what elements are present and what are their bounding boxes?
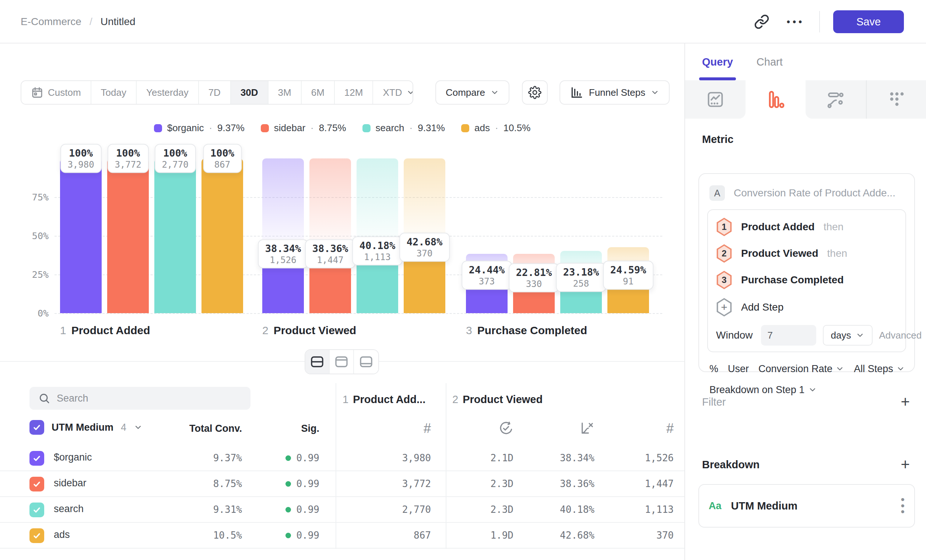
step-name: Product Viewed — [274, 324, 357, 336]
step1-count-cell: 2,770 — [402, 504, 431, 515]
layout-split-button[interactable] — [306, 350, 330, 374]
breadcrumb-separator: / — [89, 16, 92, 28]
step-name: Purchase Completed — [477, 324, 587, 336]
more-menu-button[interactable]: ••• — [785, 11, 806, 32]
row-checkbox[interactable] — [29, 528, 44, 543]
advanced-label: Advanced — [879, 330, 922, 341]
tab-chart[interactable]: Chart — [757, 44, 783, 80]
bar-value-label: 100%3,980 — [60, 144, 101, 173]
table-header-row: UTM Medium 4 Total Conv. Sig. # # — [0, 420, 684, 440]
select-all-checkbox[interactable] — [29, 420, 44, 435]
bar-value-label: 24.44%373 — [461, 261, 512, 290]
avg-time-column-icon[interactable] — [499, 421, 513, 436]
table-row[interactable]: sidebar 8.75% 0.99 3,772 2.3D 38.36% 1,4… — [0, 471, 684, 497]
layout-chart-only-button[interactable] — [330, 350, 354, 374]
chevron-down-icon[interactable] — [134, 423, 142, 432]
bottom-panel-icon — [360, 356, 373, 368]
window-value-input[interactable] — [761, 325, 816, 345]
bar-value-label: 23.18%258 — [556, 263, 607, 292]
tab-query[interactable]: Query — [702, 44, 733, 80]
sig-header[interactable]: Sig. — [301, 423, 319, 434]
chart-type-tab-funnel[interactable] — [746, 80, 806, 119]
funnel-bar-sidebar-step1[interactable] — [107, 159, 149, 313]
measurement-entity[interactable]: User — [728, 363, 749, 375]
total-conv-cell: 8.75% — [213, 478, 242, 489]
layout-toggle — [305, 349, 379, 374]
plus-hexagon-icon: + — [716, 298, 732, 316]
breakdown-column-title[interactable]: UTM Medium — [51, 422, 113, 433]
check-icon — [32, 454, 41, 463]
funnel-bar-search-step1[interactable] — [154, 159, 196, 313]
breadcrumb-current[interactable]: Untitled — [101, 16, 136, 28]
table-row[interactable]: $organic 9.37% 0.99 3,980 2.1D 38.34% 1,… — [0, 445, 684, 471]
flows-icon — [826, 89, 846, 109]
check-icon — [32, 506, 41, 514]
funnel-bar-ads-step1[interactable] — [201, 159, 243, 313]
step-name: Product Added — [71, 324, 150, 336]
table-search[interactable] — [29, 387, 250, 410]
measurement-metric-select[interactable]: Conversion Rate — [758, 363, 844, 375]
row-checkbox[interactable] — [29, 451, 44, 466]
panel-tabs: Query Chart — [685, 44, 926, 80]
step1-count-cell: 867 — [414, 530, 431, 541]
chevron-down-icon — [835, 364, 844, 373]
kebab-menu-icon[interactable]: ••• — [900, 496, 905, 515]
bar-value-label: 100%3,772 — [107, 144, 148, 173]
add-breakdown-button[interactable]: + — [900, 457, 910, 472]
sig-status-dot — [286, 456, 291, 461]
count-column-icon[interactable]: # — [424, 421, 431, 436]
chart-type-tab-retention[interactable] — [866, 80, 926, 119]
bar-value-label: 100%867 — [203, 144, 242, 173]
row-checkbox[interactable] — [29, 502, 44, 517]
step-then-label: then — [824, 221, 844, 233]
table-row[interactable]: search 9.31% 0.99 2,770 2.3D 40.18% 1,11… — [0, 497, 684, 523]
measurement-prefix[interactable]: % — [710, 363, 718, 375]
step-hexagon-badge: 2 — [716, 244, 732, 263]
row-label: search — [54, 503, 83, 515]
share-link-button[interactable] — [751, 11, 772, 32]
step1-count-cell: 3,980 — [402, 453, 431, 463]
step-then-label: then — [827, 248, 847, 259]
measurement-scope-select[interactable]: All Steps — [854, 363, 905, 375]
breakdown-on-label: Breakdown on Step 1 — [710, 384, 805, 396]
add-step-button[interactable]: + Add Step — [716, 293, 897, 321]
count-cell: 1,447 — [645, 478, 674, 489]
chevron-down-icon — [896, 364, 905, 373]
sig-status-dot — [286, 507, 291, 513]
row-label: $organic — [54, 452, 92, 463]
chart-type-tab-insights[interactable] — [685, 80, 746, 119]
layout-table-only-button[interactable] — [354, 350, 378, 374]
table-row[interactable]: ads 10.5% 0.99 867 1.9D 42.68% 370 — [0, 523, 684, 549]
step1-count-cell: 3,772 — [402, 478, 431, 489]
window-unit-select[interactable]: days — [823, 325, 873, 345]
conv-rate-cell: 38.36% — [560, 478, 595, 489]
count-column-icon[interactable]: # — [666, 421, 674, 436]
advanced-toggle[interactable]: Advanced — [879, 330, 926, 341]
conversion-column-icon[interactable] — [580, 421, 595, 436]
report-content: Custom Today Yesterday 7D 30D 3M 6M 12M … — [0, 44, 684, 560]
avg-time-cell: 2.3D — [490, 504, 513, 515]
breakdown-item-card[interactable]: Aa UTM Medium ••• — [698, 484, 915, 528]
breadcrumb-parent[interactable]: E-Commerce — [21, 16, 82, 28]
search-input[interactable] — [57, 393, 242, 404]
metric-title-row[interactable]: A Conversion Rate of Product Adde... — [707, 181, 906, 205]
chevron-down-icon — [808, 385, 817, 394]
query-step-2[interactable]: 2 Product Viewed then — [716, 240, 897, 267]
avg-time-cell: 2.1D — [490, 453, 513, 463]
add-filter-button[interactable]: + — [900, 394, 910, 410]
top-panel-icon — [335, 356, 348, 368]
save-button[interactable]: Save — [833, 10, 904, 33]
total-conv-header[interactable]: Total Conv. — [189, 423, 242, 434]
row-checkbox[interactable] — [29, 477, 44, 492]
retention-icon — [887, 89, 906, 109]
breakdown-heading: Breakdown — [702, 459, 760, 471]
funnel-step-label-1: 1Product Added — [60, 324, 150, 337]
chart-type-tab-flows[interactable] — [806, 80, 866, 119]
query-step-3[interactable]: 3 Purchase Completed — [716, 267, 897, 293]
split-view-icon — [310, 356, 324, 368]
measurement-row: % User Conversion Rate All Steps — [707, 357, 906, 380]
step-number: 2 — [262, 324, 269, 336]
funnel-bar-$organic-step1[interactable] — [60, 159, 102, 313]
group-step-name: Product Viewed — [463, 394, 543, 405]
query-step-1[interactable]: 1 Product Added then — [716, 214, 897, 240]
